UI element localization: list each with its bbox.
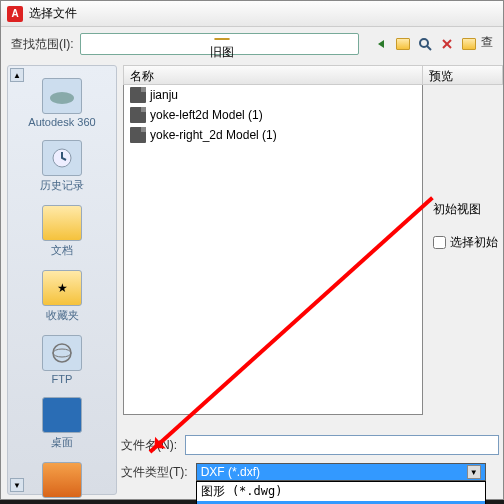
- delete-button[interactable]: [437, 34, 457, 54]
- newfolder-button[interactable]: [459, 34, 479, 54]
- folder-icon: [42, 205, 82, 241]
- place-history[interactable]: 历史记录: [12, 136, 112, 197]
- file-name: yoke-left2d Model (1): [150, 108, 263, 122]
- checkbox-input[interactable]: [433, 236, 446, 249]
- cloud-icon: [42, 78, 82, 114]
- lookin-label: 查找范围(I):: [11, 36, 74, 53]
- file-dialog: A 选择文件 查找范围(I): 旧图 ▼ 查 ▲ Autodesk 360: [0, 0, 504, 500]
- place-autodesk[interactable]: Autodesk 360: [12, 74, 112, 132]
- ftp-icon: [42, 335, 82, 371]
- svg-line-1: [427, 46, 431, 50]
- nav-buttons: 查: [371, 34, 493, 54]
- file-row[interactable]: yoke-left2d Model (1): [124, 105, 422, 125]
- preview-pane: 初始视图 选择初始: [433, 65, 503, 251]
- folder-icon: [214, 38, 230, 40]
- place-label: 历史记录: [40, 178, 84, 193]
- sidebar-scroll-down[interactable]: ▼: [10, 478, 24, 492]
- back-button[interactable]: [371, 34, 391, 54]
- svg-point-7: [53, 349, 71, 357]
- filetype-text: DXF (*.dxf): [201, 465, 260, 479]
- bottom-controls: 文件名(N): 文件类型(T): DXF (*.dxf) ▼ 图形 (*.dwg…: [121, 427, 499, 481]
- toolbar: 查找范围(I): 旧图 ▼ 查: [1, 27, 503, 61]
- place-label: Autodesk 360: [28, 116, 95, 128]
- filetype-label: 文件类型(T):: [121, 464, 188, 481]
- filename-label: 文件名(N):: [121, 437, 177, 454]
- up-button[interactable]: [393, 34, 413, 54]
- filetype-selected[interactable]: DXF (*.dxf) ▼: [196, 463, 486, 481]
- filetype-combo[interactable]: DXF (*.dxf) ▼ 图形 (*.dwg) 标准 (*.dws) DXF …: [196, 463, 486, 481]
- place-label: 文档: [51, 243, 73, 258]
- folder-star-icon: ★: [42, 270, 82, 306]
- filetype-option[interactable]: 图形 (*.dwg): [197, 482, 485, 501]
- dxf-file-icon: [130, 87, 146, 103]
- window-title: 选择文件: [29, 5, 77, 22]
- svg-point-4: [50, 92, 74, 104]
- views-button[interactable]: 查: [481, 34, 493, 54]
- dxf-file-icon: [130, 107, 146, 123]
- initview-label: 初始视图: [433, 195, 503, 224]
- place-label: 收藏夹: [46, 308, 79, 323]
- history-icon: [42, 140, 82, 176]
- svg-point-6: [53, 344, 71, 362]
- place-extra[interactable]: [12, 458, 112, 502]
- chevron-down-icon[interactable]: ▼: [467, 465, 481, 479]
- filetype-dropdown: 图形 (*.dwg) 标准 (*.dws) DXF (*.dxf) 图形样板 (…: [196, 481, 486, 504]
- col-name[interactable]: 名称: [123, 65, 423, 85]
- place-label: 桌面: [51, 435, 73, 450]
- file-row[interactable]: yoke-right_2d Model (1): [124, 125, 422, 145]
- autocad-icon: A: [7, 6, 23, 22]
- place-label: FTP: [52, 373, 73, 385]
- file-row[interactable]: jianju: [124, 85, 422, 105]
- places-sidebar: ▲ Autodesk 360 历史记录 文档 ★ 收藏夹 FTP: [7, 65, 117, 495]
- initview-checkbox[interactable]: 选择初始: [433, 234, 503, 251]
- desktop-icon: [42, 397, 82, 433]
- dxf-file-icon: [130, 127, 146, 143]
- file-list[interactable]: jianju yoke-left2d Model (1) yoke-right_…: [123, 85, 423, 415]
- lookin-combo[interactable]: 旧图 ▼: [80, 33, 359, 55]
- place-fav[interactable]: ★ 收藏夹: [12, 266, 112, 327]
- checkbox-label: 选择初始: [450, 234, 498, 251]
- lookin-value: 旧图: [210, 44, 234, 61]
- place-desktop[interactable]: 桌面: [12, 393, 112, 454]
- search-button[interactable]: [415, 34, 435, 54]
- sidebar-scroll-up[interactable]: ▲: [10, 68, 24, 82]
- titlebar: A 选择文件: [1, 1, 503, 27]
- svg-point-0: [420, 39, 428, 47]
- filename-input[interactable]: [185, 435, 499, 455]
- file-name: jianju: [150, 88, 178, 102]
- place-ftp[interactable]: FTP: [12, 331, 112, 389]
- place-docs[interactable]: 文档: [12, 201, 112, 262]
- file-name: yoke-right_2d Model (1): [150, 128, 277, 142]
- folder-icon: [42, 462, 82, 498]
